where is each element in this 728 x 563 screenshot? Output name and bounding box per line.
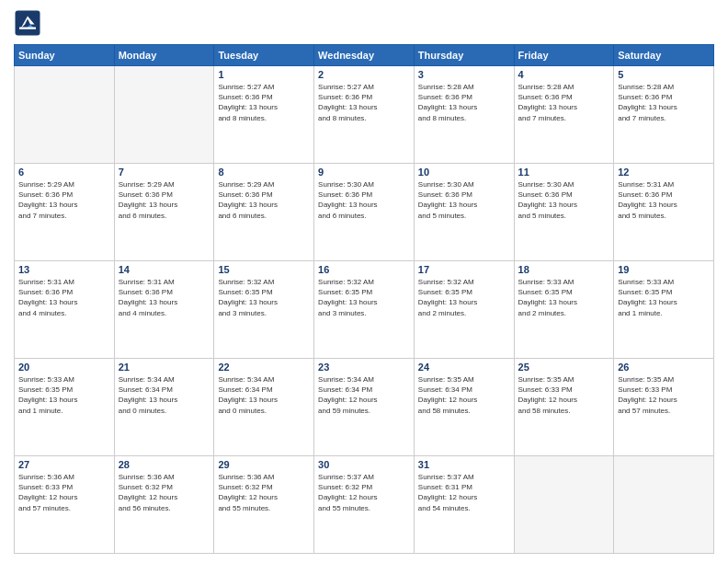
day-info: Sunrise: 5:28 AM Sunset: 6:36 PM Dayligh…: [418, 82, 510, 123]
day-info: Sunrise: 5:28 AM Sunset: 6:36 PM Dayligh…: [518, 82, 610, 123]
day-number: 8: [218, 167, 310, 178]
calendar-cell: 25Sunrise: 5:35 AM Sunset: 6:33 PM Dayli…: [514, 359, 614, 456]
day-info: Sunrise: 5:34 AM Sunset: 6:34 PM Dayligh…: [218, 374, 310, 416]
day-info: Sunrise: 5:30 AM Sunset: 6:36 PM Dayligh…: [318, 179, 410, 221]
week-row-3: 13Sunrise: 5:31 AM Sunset: 6:36 PM Dayli…: [15, 261, 714, 359]
day-header-friday: Friday: [514, 45, 614, 66]
day-info: Sunrise: 5:31 AM Sunset: 6:36 PM Dayligh…: [119, 277, 210, 318]
day-info: Sunrise: 5:32 AM Sunset: 6:35 PM Dayligh…: [318, 277, 410, 318]
day-number: 23: [318, 362, 410, 373]
day-info: Sunrise: 5:31 AM Sunset: 6:36 PM Dayligh…: [618, 179, 710, 221]
day-info: Sunrise: 5:37 AM Sunset: 6:31 PM Dayligh…: [418, 472, 510, 513]
page: SundayMondayTuesdayWednesdayThursdayFrid…: [0, 0, 728, 563]
calendar-cell: 9Sunrise: 5:30 AM Sunset: 6:36 PM Daylig…: [314, 164, 415, 261]
calendar-cell: 21Sunrise: 5:34 AM Sunset: 6:34 PM Dayli…: [114, 359, 214, 456]
calendar-cell: 24Sunrise: 5:35 AM Sunset: 6:34 PM Dayli…: [414, 359, 514, 456]
week-row-2: 6Sunrise: 5:29 AM Sunset: 6:36 PM Daylig…: [15, 164, 714, 261]
calendar-cell: 11Sunrise: 5:30 AM Sunset: 6:36 PM Dayli…: [514, 164, 614, 261]
week-row-5: 27Sunrise: 5:36 AM Sunset: 6:33 PM Dayli…: [15, 456, 714, 554]
day-info: Sunrise: 5:37 AM Sunset: 6:32 PM Dayligh…: [318, 472, 410, 513]
day-number: 28: [119, 459, 210, 470]
day-header-wednesday: Wednesday: [314, 45, 415, 66]
day-info: Sunrise: 5:36 AM Sunset: 6:33 PM Dayligh…: [18, 472, 110, 513]
calendar-cell: [514, 456, 614, 554]
day-info: Sunrise: 5:32 AM Sunset: 6:35 PM Dayligh…: [218, 277, 310, 318]
day-number: 12: [618, 167, 710, 178]
day-number: 1: [218, 69, 310, 80]
day-number: 3: [418, 69, 510, 80]
calendar-cell: 13Sunrise: 5:31 AM Sunset: 6:36 PM Dayli…: [15, 261, 115, 359]
day-number: 17: [418, 264, 510, 275]
calendar-cell: [114, 66, 214, 164]
day-info: Sunrise: 5:36 AM Sunset: 6:32 PM Dayligh…: [119, 472, 210, 513]
calendar-cell: 3Sunrise: 5:28 AM Sunset: 6:36 PM Daylig…: [414, 66, 514, 164]
day-info: Sunrise: 5:35 AM Sunset: 6:33 PM Dayligh…: [618, 374, 710, 416]
day-number: 21: [119, 362, 210, 373]
week-row-1: 1Sunrise: 5:27 AM Sunset: 6:36 PM Daylig…: [15, 66, 714, 164]
day-header-thursday: Thursday: [414, 45, 514, 66]
day-number: 31: [418, 459, 510, 470]
calendar-cell: 20Sunrise: 5:33 AM Sunset: 6:35 PM Dayli…: [15, 359, 115, 456]
day-info: Sunrise: 5:35 AM Sunset: 6:33 PM Dayligh…: [518, 374, 610, 416]
day-number: 14: [119, 264, 210, 275]
day-number: 30: [318, 459, 410, 470]
svg-rect-3: [19, 28, 36, 29]
calendar-cell: 31Sunrise: 5:37 AM Sunset: 6:31 PM Dayli…: [414, 456, 514, 554]
calendar-cell: 19Sunrise: 5:33 AM Sunset: 6:35 PM Dayli…: [614, 261, 714, 359]
week-row-4: 20Sunrise: 5:33 AM Sunset: 6:35 PM Dayli…: [15, 359, 714, 456]
calendar-cell: [614, 456, 714, 554]
day-number: 20: [18, 362, 110, 373]
calendar-table: SundayMondayTuesdayWednesdayThursdayFrid…: [14, 44, 714, 554]
calendar-cell: 26Sunrise: 5:35 AM Sunset: 6:33 PM Dayli…: [614, 359, 714, 456]
day-number: 19: [618, 264, 710, 275]
day-number: 11: [518, 167, 610, 178]
calendar-cell: 2Sunrise: 5:27 AM Sunset: 6:36 PM Daylig…: [314, 66, 415, 164]
calendar-cell: 22Sunrise: 5:34 AM Sunset: 6:34 PM Dayli…: [214, 359, 314, 456]
day-number: 25: [518, 362, 610, 373]
calendar-cell: 10Sunrise: 5:30 AM Sunset: 6:36 PM Dayli…: [414, 164, 514, 261]
calendar-cell: 18Sunrise: 5:33 AM Sunset: 6:35 PM Dayli…: [514, 261, 614, 359]
day-number: 7: [119, 167, 210, 178]
day-info: Sunrise: 5:30 AM Sunset: 6:36 PM Dayligh…: [518, 179, 610, 221]
calendar-cell: 7Sunrise: 5:29 AM Sunset: 6:36 PM Daylig…: [114, 164, 214, 261]
calendar-cell: 29Sunrise: 5:36 AM Sunset: 6:32 PM Dayli…: [214, 456, 314, 554]
logo-icon: [14, 9, 41, 37]
day-number: 29: [218, 459, 310, 470]
calendar-cell: 23Sunrise: 5:34 AM Sunset: 6:34 PM Dayli…: [314, 359, 415, 456]
calendar-cell: 6Sunrise: 5:29 AM Sunset: 6:36 PM Daylig…: [15, 164, 115, 261]
calendar-cell: 16Sunrise: 5:32 AM Sunset: 6:35 PM Dayli…: [314, 261, 415, 359]
day-info: Sunrise: 5:35 AM Sunset: 6:34 PM Dayligh…: [418, 374, 510, 416]
day-info: Sunrise: 5:33 AM Sunset: 6:35 PM Dayligh…: [18, 374, 110, 416]
day-number: 22: [218, 362, 310, 373]
calendar-header-row: SundayMondayTuesdayWednesdayThursdayFrid…: [15, 45, 714, 66]
day-number: 16: [318, 264, 410, 275]
calendar-cell: 1Sunrise: 5:27 AM Sunset: 6:36 PM Daylig…: [214, 66, 314, 164]
day-number: 18: [518, 264, 610, 275]
logo: [14, 9, 45, 37]
calendar-cell: 4Sunrise: 5:28 AM Sunset: 6:36 PM Daylig…: [514, 66, 614, 164]
day-number: 10: [418, 167, 510, 178]
calendar-cell: 8Sunrise: 5:29 AM Sunset: 6:36 PM Daylig…: [214, 164, 314, 261]
calendar-cell: 15Sunrise: 5:32 AM Sunset: 6:35 PM Dayli…: [214, 261, 314, 359]
day-info: Sunrise: 5:33 AM Sunset: 6:35 PM Dayligh…: [618, 277, 710, 318]
day-info: Sunrise: 5:29 AM Sunset: 6:36 PM Dayligh…: [218, 179, 310, 221]
calendar-cell: 27Sunrise: 5:36 AM Sunset: 6:33 PM Dayli…: [15, 456, 115, 554]
calendar-cell: 30Sunrise: 5:37 AM Sunset: 6:32 PM Dayli…: [314, 456, 415, 554]
calendar-cell: [15, 66, 115, 164]
day-info: Sunrise: 5:29 AM Sunset: 6:36 PM Dayligh…: [18, 179, 110, 221]
day-number: 2: [318, 69, 410, 80]
calendar-cell: 12Sunrise: 5:31 AM Sunset: 6:36 PM Dayli…: [614, 164, 714, 261]
calendar-cell: 28Sunrise: 5:36 AM Sunset: 6:32 PM Dayli…: [114, 456, 214, 554]
day-number: 24: [418, 362, 510, 373]
calendar-cell: 5Sunrise: 5:28 AM Sunset: 6:36 PM Daylig…: [614, 66, 714, 164]
calendar-cell: 14Sunrise: 5:31 AM Sunset: 6:36 PM Dayli…: [114, 261, 214, 359]
day-header-sunday: Sunday: [15, 45, 115, 66]
day-number: 6: [18, 167, 110, 178]
day-info: Sunrise: 5:27 AM Sunset: 6:36 PM Dayligh…: [318, 82, 410, 123]
day-header-monday: Monday: [114, 45, 214, 66]
day-info: Sunrise: 5:30 AM Sunset: 6:36 PM Dayligh…: [418, 179, 510, 221]
day-info: Sunrise: 5:33 AM Sunset: 6:35 PM Dayligh…: [518, 277, 610, 318]
day-number: 5: [618, 69, 710, 80]
day-header-saturday: Saturday: [614, 45, 714, 66]
day-info: Sunrise: 5:29 AM Sunset: 6:36 PM Dayligh…: [119, 179, 210, 221]
